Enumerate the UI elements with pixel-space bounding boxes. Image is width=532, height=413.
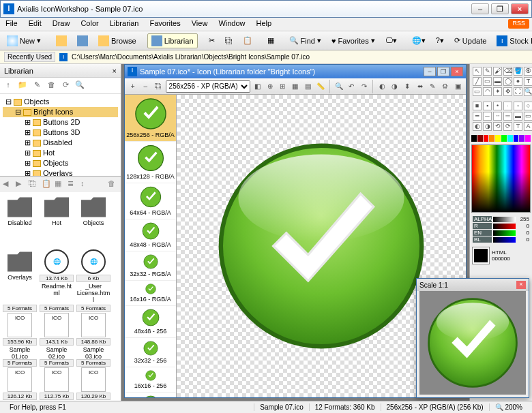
- tool-lasso[interactable]: ◠: [483, 87, 492, 96]
- cut-icon[interactable]: ✂: [205, 33, 219, 48]
- stock-icons-button[interactable]: IStock Icons: [492, 33, 532, 48]
- tool-frect[interactable]: ▬: [493, 77, 502, 86]
- menu-help[interactable]: Help: [251, 18, 278, 31]
- format-item[interactable]: 32x32 - 256: [125, 338, 176, 367]
- sh9[interactable]: ┈: [493, 112, 502, 121]
- sh7[interactable]: ━: [473, 112, 482, 121]
- tool-fill[interactable]: 🪣: [514, 67, 522, 76]
- doc-maximize[interactable]: ❐: [437, 67, 449, 76]
- find-button[interactable]: 🔍Find▾: [285, 33, 325, 48]
- tool-ellipse[interactable]: ◯: [503, 77, 512, 86]
- tool-sel[interactable]: ▭: [473, 87, 482, 96]
- doc-tb-f[interactable]: ⚙: [440, 81, 451, 92]
- tree-node[interactable]: ⊞ Overlays: [3, 168, 118, 176]
- sh3[interactable]: •: [493, 102, 502, 110]
- file-item[interactable]: 5 FormatsICO112.75 KbSample 04_disabled: [40, 358, 74, 401]
- files-fwd-icon[interactable]: ▶: [16, 179, 26, 189]
- doc-tb-a[interactable]: ◐: [376, 81, 387, 92]
- file-item[interactable]: 5 FormatsICO126.12 KbSample 04.ico: [3, 358, 37, 401]
- rss-badge[interactable]: RSS: [508, 19, 529, 29]
- tree-node[interactable]: ⊟ Bright Icons: [3, 107, 118, 117]
- format-item[interactable]: 16x16 - RGB/A: [125, 281, 176, 306]
- menu-color[interactable]: Color: [75, 18, 104, 31]
- menu-favorites[interactable]: Favorites: [144, 18, 186, 31]
- sh15[interactable]: ⟲: [493, 122, 502, 131]
- tree-node[interactable]: ⊞ Buttons 3D: [3, 127, 118, 138]
- tree-delete-icon[interactable]: 🗑: [46, 80, 57, 91]
- doc-tb-zoom[interactable]: 🔍: [334, 81, 344, 92]
- files-copy-icon[interactable]: ⿻: [29, 179, 39, 189]
- sh8[interactable]: ─: [483, 112, 492, 121]
- tool-brush[interactable]: 🖌: [493, 67, 502, 76]
- file-item[interactable]: Hot: [40, 195, 74, 247]
- tool-wand[interactable]: ✦: [493, 87, 502, 96]
- file-item[interactable]: 5 FormatsICO148.86 KbSample 03.ico: [76, 304, 110, 356]
- sh13[interactable]: ◐: [473, 122, 482, 131]
- alpha-slider[interactable]: [493, 217, 516, 222]
- tree-search-icon[interactable]: 🔍: [74, 80, 85, 91]
- menu-view[interactable]: View: [186, 18, 213, 31]
- tool-move[interactable]: ✥: [503, 87, 512, 96]
- b-slider[interactable]: [493, 237, 516, 243]
- file-list[interactable]: DisabledHotObjectsOverlays🌐13.74 KbReadm…: [0, 192, 121, 401]
- tree-newfolder-icon[interactable]: 📁: [17, 80, 28, 91]
- doc-tb-d[interactable]: ⬌: [415, 81, 426, 92]
- save-icon[interactable]: [73, 33, 92, 48]
- sh11[interactable]: ▬: [514, 112, 522, 121]
- format-item[interactable]: 48x48 - 256: [125, 306, 176, 338]
- current-color-swatch[interactable]: [473, 247, 489, 264]
- sh10[interactable]: ═: [503, 112, 512, 121]
- tree-edit-icon[interactable]: ✎: [31, 80, 42, 91]
- web-icon[interactable]: 🌐▾: [408, 33, 430, 48]
- window-close[interactable]: ×: [511, 3, 529, 14]
- sh4[interactable]: ·: [503, 102, 512, 110]
- format-item[interactable]: 32x32 - RGB/A: [125, 251, 176, 281]
- doc-copy-icon[interactable]: ⿻: [153, 81, 164, 92]
- doc-close[interactable]: ×: [451, 67, 463, 76]
- file-item[interactable]: Overlays: [3, 249, 37, 301]
- format-item[interactable]: 16x16 - 256: [125, 367, 176, 393]
- monitor-icon[interactable]: 🖵▾: [381, 33, 401, 48]
- doc-tb-2[interactable]: ⊕: [265, 81, 276, 92]
- g-slider[interactable]: [493, 230, 516, 236]
- format-item[interactable]: 128x128 - RGB/A: [125, 142, 176, 183]
- sh6[interactable]: ○: [524, 102, 532, 110]
- preview-close[interactable]: ×: [516, 281, 526, 289]
- tree-node[interactable]: ⊞ Disabled: [3, 138, 118, 148]
- tool-line[interactable]: ╱: [473, 77, 482, 86]
- color-palette[interactable]: [471, 144, 531, 213]
- swatch-row[interactable]: [471, 135, 531, 142]
- update-button[interactable]: ⟳Update: [450, 33, 490, 48]
- files-sort-icon[interactable]: ↕: [80, 179, 91, 189]
- sh5[interactable]: ◦: [514, 102, 522, 110]
- doc-tb-b[interactable]: ◑: [389, 81, 400, 92]
- tool-zoom[interactable]: 🔍: [524, 87, 532, 96]
- tree-up-icon[interactable]: ↑: [3, 80, 14, 91]
- new-button[interactable]: New▾: [3, 33, 45, 48]
- sh17[interactable]: T: [514, 122, 522, 131]
- sh2[interactable]: ▪: [483, 102, 492, 110]
- file-item[interactable]: 5 FormatsICO143.1 KbSample 02.ico: [40, 304, 74, 356]
- sh14[interactable]: ◑: [483, 122, 492, 131]
- favorites-button[interactable]: ♥Favorites▾: [327, 33, 379, 48]
- sh12[interactable]: ▭: [524, 112, 532, 121]
- sh18[interactable]: A: [524, 122, 532, 131]
- tool-eraser[interactable]: ⌫: [503, 67, 512, 76]
- files-paste-icon[interactable]: 📋: [42, 179, 52, 189]
- format-item[interactable]: 256x256 - RGB/A: [125, 95, 176, 142]
- sh1[interactable]: ■: [473, 102, 482, 110]
- sh16[interactable]: ⟳: [503, 122, 512, 131]
- tool-text[interactable]: T: [524, 77, 532, 86]
- menu-file[interactable]: File: [0, 18, 23, 31]
- menu-window[interactable]: Window: [213, 18, 250, 31]
- tool-crop[interactable]: ⛶: [514, 87, 522, 96]
- file-item[interactable]: 🌐6 Kb_User License.html: [76, 249, 110, 301]
- format-list[interactable]: 256x256 - RGB/A128x128 - RGB/A64x64 - RG…: [125, 95, 177, 397]
- doc-tb-grid[interactable]: ▦: [290, 81, 301, 92]
- status-zoom[interactable]: 🔍 200%: [489, 403, 528, 411]
- doc-redo-icon[interactable]: ↷: [359, 81, 370, 92]
- tree-node[interactable]: ⊞ Objects: [3, 158, 118, 168]
- librarian-toggle[interactable]: Librarian: [147, 33, 198, 48]
- tool-rect[interactable]: ▭: [483, 77, 492, 86]
- file-item[interactable]: 5 FormatsICO120.29 KbSample 04_hot.ico: [76, 358, 110, 401]
